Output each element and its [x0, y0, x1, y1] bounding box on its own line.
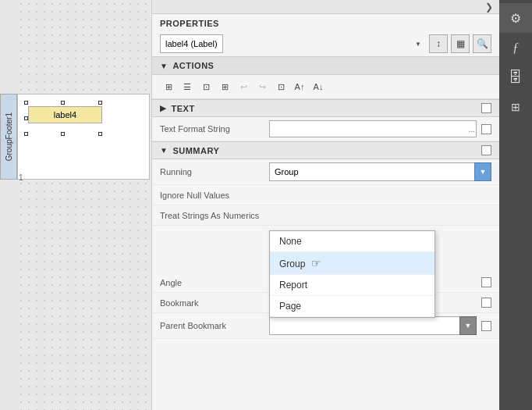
actions-arrow-icon: ▼: [160, 62, 168, 70]
network-icon: ⊞: [511, 101, 520, 113]
row-number: 1: [17, 172, 25, 184]
search-button[interactable]: 🔍: [473, 34, 491, 53]
toolbar-icon-4[interactable]: ⊞: [216, 78, 233, 95]
canvas-area: GroupFooter1 label4 1: [0, 0, 151, 410]
main-panel: ❯ PROPERTIES label4 (Label) ↕ ▦ 🔍 ▼ ACTI…: [152, 0, 499, 410]
toolbar-icon-1[interactable]: ⊞: [160, 78, 177, 95]
selection-handle[interactable]: [24, 132, 28, 136]
sidebar-database-icon[interactable]: 🗄: [499, 62, 532, 92]
dropdown-option-report[interactable]: Report: [270, 275, 434, 296]
parent-bookmark-checkbox[interactable]: [481, 321, 491, 331]
properties-header: PROPERTIES: [152, 14, 499, 31]
selection-handle[interactable]: [61, 132, 65, 136]
text-format-input[interactable]: [269, 120, 477, 137]
toolbar-icon-8[interactable]: A↑: [291, 78, 308, 95]
gear-icon: ⚙: [510, 11, 521, 26]
text-section-header: ▶ TEXT: [152, 99, 499, 117]
selector-row: label4 (Label) ↕ ▦ 🔍: [152, 31, 499, 56]
label-selector[interactable]: label4 (Label): [160, 34, 223, 53]
search-icon: 🔍: [477, 38, 488, 49]
toolbar-icon-7[interactable]: ⊡: [272, 78, 289, 95]
database-icon: 🗄: [509, 70, 523, 86]
text-format-label: Text Format String: [160, 124, 269, 134]
toolbar-icon-5[interactable]: ↩: [235, 78, 252, 95]
bookmark-label: Bookmark: [160, 298, 269, 308]
bookmark-checkbox[interactable]: [481, 298, 491, 308]
canvas-panel: GroupFooter1 label4 1: [0, 0, 152, 410]
text-section-checkbox[interactable]: [481, 103, 491, 113]
grid-button[interactable]: ▦: [451, 34, 470, 53]
parent-bookmark-display[interactable]: [269, 316, 477, 335]
summary-section-checkbox[interactable]: [481, 145, 491, 155]
top-bar: ❯: [152, 0, 499, 14]
running-row: Running Group ▼: [152, 159, 499, 185]
selection-handle[interactable]: [24, 101, 28, 105]
text-format-checkbox[interactable]: [481, 124, 491, 134]
toolbar-icon-9[interactable]: A↓: [310, 78, 327, 95]
sidebar-network-icon[interactable]: ⊞: [499, 92, 532, 122]
group-footer-label: GroupFooter1: [0, 94, 17, 180]
text-format-row: Text Format String ...: [152, 117, 499, 141]
right-sidebar: ⚙ ƒ 🗄 ⊞: [499, 0, 532, 410]
angle-label: Angle: [160, 278, 269, 287]
actions-section-header: ▼ ACTIONS: [152, 56, 499, 75]
dropdown-option-none[interactable]: None: [270, 231, 434, 252]
dropdown-option-page[interactable]: Page: [270, 296, 434, 317]
summary-section-header: ▼ SUMMARY: [152, 141, 499, 159]
dropdown-option-group[interactable]: Group ☞: [270, 252, 434, 275]
sidebar-function-icon[interactable]: ƒ: [499, 33, 532, 62]
parent-bookmark-arrow[interactable]: ▼: [459, 316, 477, 335]
ignore-null-label: Ignore Null Values: [160, 191, 269, 200]
running-dropdown-arrow[interactable]: ▼: [474, 162, 491, 181]
cursor-hand-icon: ☞: [311, 257, 321, 269]
canvas-grid: label4: [17, 94, 150, 180]
toolbar-icon-6[interactable]: ↪: [254, 78, 271, 95]
toolbar-icon-3[interactable]: ⊡: [197, 78, 215, 95]
running-dropdown-popup: None Group ☞ Report Page: [269, 230, 435, 318]
selection-handle[interactable]: [98, 101, 102, 105]
function-icon: ƒ: [512, 41, 519, 55]
text-format-dots[interactable]: ...: [469, 125, 475, 134]
running-dropdown-container[interactable]: Group ▼: [269, 162, 491, 181]
toolbar-icon-2[interactable]: ☰: [179, 78, 196, 95]
text-format-input-wrapper: ...: [269, 120, 477, 137]
running-label: Running: [160, 167, 269, 176]
label-selector-wrapper[interactable]: label4 (Label): [160, 34, 426, 53]
running-display[interactable]: Group: [269, 162, 491, 181]
sidebar-gear-icon[interactable]: ⚙: [499, 3, 532, 33]
selection-handle[interactable]: [98, 132, 102, 136]
sort-icon: ↕: [436, 38, 441, 49]
angle-checkbox[interactable]: [481, 277, 491, 287]
grid-icon: ▦: [456, 38, 465, 49]
top-bar-arrow-icon[interactable]: ❯: [485, 2, 493, 12]
sort-button[interactable]: ↕: [429, 34, 448, 53]
text-arrow-icon: ▶: [160, 104, 167, 112]
ignore-null-row: Ignore Null Values: [152, 185, 499, 205]
parent-bookmark-label: Parent Bookmark: [160, 321, 269, 330]
treat-strings-label: Treat Strings As Numerics: [160, 211, 269, 220]
treat-strings-row: Treat Strings As Numerics: [152, 205, 499, 226]
summary-arrow-icon: ▼: [160, 146, 168, 155]
label4-box[interactable]: label4: [28, 106, 102, 123]
selection-handle[interactable]: [61, 101, 65, 105]
parent-bookmark-dropdown-container[interactable]: ▼: [269, 316, 477, 335]
actions-toolbar: ⊞ ☰ ⊡ ⊞ ↩ ↪ ⊡ A↑ A↓: [152, 75, 499, 99]
